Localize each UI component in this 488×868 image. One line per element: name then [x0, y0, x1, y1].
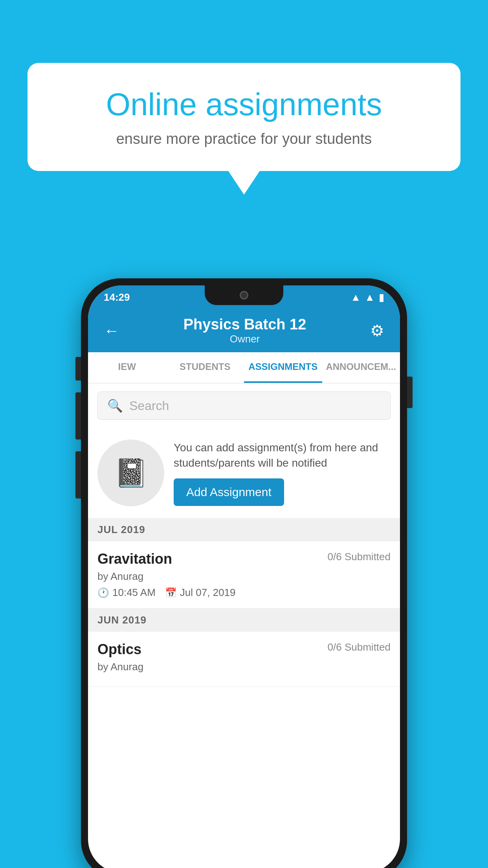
tab-announcements[interactable]: ANNOUNCEM... [322, 352, 400, 383]
status-time: 14:29 [104, 291, 130, 303]
silent-button [75, 451, 81, 498]
assignment-optics[interactable]: Optics 0/6 Submitted by Anurag [88, 632, 400, 687]
assignment-time: 10:45 AM [112, 587, 156, 599]
volume-down-button [75, 392, 81, 440]
speech-bubble-container: Online assignments ensure more practice … [28, 63, 460, 195]
settings-icon[interactable]: ⚙ [370, 322, 384, 340]
power-button [407, 377, 413, 408]
phone-notch [205, 285, 283, 305]
phone-screen: 14:29 ▲ ▲ ▮ ← Physics Batch 12 Owner ⚙ [88, 285, 400, 868]
battery-icon: ▮ [379, 291, 384, 303]
assignment-gravitation[interactable]: Gravitation 0/6 Submitted by Anurag 🕐 10… [88, 541, 400, 609]
calendar-icon: 📅 [165, 587, 177, 598]
search-placeholder: Search [129, 399, 169, 413]
back-button[interactable]: ← [104, 322, 119, 340]
assignment-top: Gravitation 0/6 Submitted [97, 551, 391, 567]
tab-bar: IEW STUDENTS ASSIGNMENTS ANNOUNCEM... [88, 352, 400, 384]
app-bar-title: Physics Batch 12 [183, 316, 306, 333]
wifi-icon: ▲ [351, 291, 361, 303]
speech-bubble-subtitle: ensure more practice for your students [51, 131, 437, 147]
clock-icon: 🕐 [97, 587, 109, 598]
promo-card: 📓 You can add assignment(s) from here an… [88, 428, 400, 518]
assignment-top-optics: Optics 0/6 Submitted [97, 641, 391, 658]
phone-outer: 14:29 ▲ ▲ ▮ ← Physics Batch 12 Owner ⚙ [81, 278, 407, 868]
tab-assignments[interactable]: ASSIGNMENTS [244, 352, 322, 383]
speech-bubble-arrow [228, 171, 260, 195]
assignment-meta: 🕐 10:45 AM 📅 Jul 07, 2019 [97, 587, 391, 599]
assignment-submitted-optics: 0/6 Submitted [328, 641, 391, 653]
assignment-submitted: 0/6 Submitted [328, 551, 391, 563]
app-bar-subtitle: Owner [183, 333, 306, 345]
promo-description: You can add assignment(s) from here and … [174, 440, 391, 471]
assignment-date: Jul 07, 2019 [180, 587, 236, 599]
app-bar-center: Physics Batch 12 Owner [183, 316, 306, 345]
section-header-jul: JUL 2019 [88, 518, 400, 541]
section-header-jun: JUN 2019 [88, 609, 400, 632]
tab-students[interactable]: STUDENTS [166, 352, 244, 383]
assignment-title-optics: Optics [97, 641, 141, 658]
phone-mockup: 14:29 ▲ ▲ ▮ ← Physics Batch 12 Owner ⚙ [81, 278, 407, 868]
meta-date: 📅 Jul 07, 2019 [165, 587, 236, 599]
speech-bubble-title: Online assignments [51, 86, 437, 123]
tab-iew[interactable]: IEW [88, 352, 166, 383]
search-container: 🔍 Search [88, 384, 400, 428]
volume-up-button [75, 357, 81, 381]
signal-icon: ▲ [365, 291, 375, 303]
promo-text: You can add assignment(s) from here and … [174, 440, 391, 506]
notebook-icon: 📓 [114, 457, 148, 489]
speech-bubble: Online assignments ensure more practice … [28, 63, 460, 171]
assignment-by-optics: by Anurag [97, 661, 391, 673]
assignment-by: by Anurag [97, 570, 391, 583]
status-icons: ▲ ▲ ▮ [351, 291, 384, 303]
app-bar: ← Physics Batch 12 Owner ⚙ [88, 309, 400, 352]
add-assignment-button[interactable]: Add Assignment [174, 478, 284, 506]
search-bar[interactable]: 🔍 Search [97, 392, 391, 420]
meta-time: 🕐 10:45 AM [97, 587, 156, 599]
front-camera [240, 291, 248, 300]
assignment-title: Gravitation [97, 551, 172, 567]
promo-icon-circle: 📓 [97, 440, 164, 506]
search-icon: 🔍 [107, 398, 123, 413]
